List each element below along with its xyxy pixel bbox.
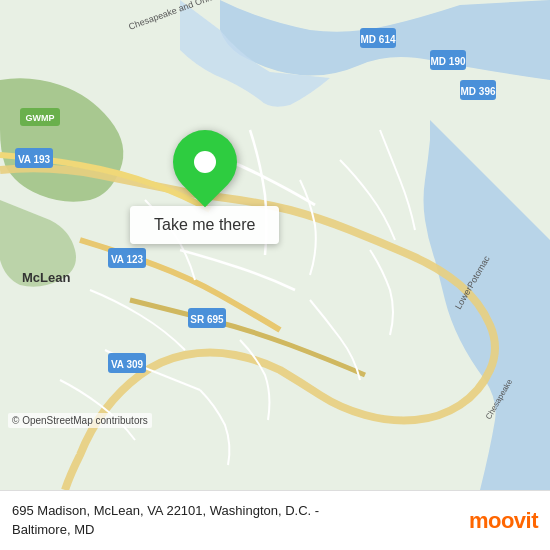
take-me-there-button[interactable]: Take me there (130, 206, 279, 244)
svg-text:VA 193: VA 193 (18, 154, 51, 165)
button-overlay: Take me there (130, 130, 279, 244)
svg-text:VA 123: VA 123 (111, 254, 144, 265)
svg-text:MD 190: MD 190 (430, 56, 465, 67)
moovit-logo: moovit (469, 508, 538, 534)
map-container: MD 614 MD 190 MD 396 VA 193 GWMP VA 123 … (0, 0, 550, 490)
bottom-bar: 695 Madison, McLean, VA 22101, Washingto… (0, 490, 550, 550)
moovit-logo-text: moovit (469, 508, 538, 534)
svg-text:GWMP: GWMP (26, 113, 55, 123)
svg-text:SR 695: SR 695 (190, 314, 224, 325)
location-pin (159, 117, 250, 208)
svg-text:MD 396: MD 396 (460, 86, 495, 97)
svg-text:McLean: McLean (22, 270, 70, 285)
svg-text:VA 309: VA 309 (111, 359, 144, 370)
address-line: 695 Madison, McLean, VA 22101, Washingto… (12, 503, 319, 536)
svg-text:MD 614: MD 614 (360, 34, 395, 45)
address-text: 695 Madison, McLean, VA 22101, Washingto… (12, 502, 457, 538)
location-pin-inner (194, 151, 216, 173)
osm-credit: © OpenStreetMap contributors (8, 413, 152, 428)
osm-credit-text: © OpenStreetMap contributors (12, 415, 148, 426)
